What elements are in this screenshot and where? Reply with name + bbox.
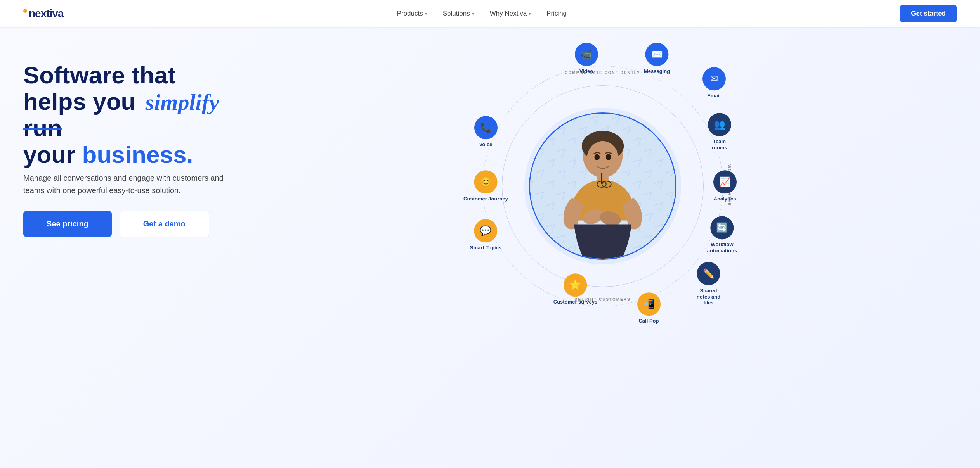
hero-headline: Software that helps you simplify run you…	[23, 62, 248, 168]
navbar: nextiva Products ▾ Solutions ▾ Why Nexti…	[0, 0, 980, 27]
center-circle	[529, 112, 676, 260]
teamrooms-icon: 👥	[708, 113, 731, 136]
hero-section: Software that helps you simplify run you…	[0, 27, 980, 468]
voice-icon: 📞	[474, 116, 498, 139]
node-smarttopics-label: Smart Topics	[470, 245, 501, 251]
node-voice[interactable]: 📞 Voice	[474, 116, 498, 148]
svg-point-7	[586, 141, 619, 178]
headline-run: run	[23, 114, 62, 141]
logo-text: nextiva	[29, 7, 64, 20]
diagram: COMMUNICATE CONFIDENTLY WORK SMARTER DEL…	[467, 50, 739, 322]
node-callpop-label: Call Pop	[638, 318, 659, 324]
chevron-down-icon: ▾	[425, 11, 427, 16]
see-pricing-button[interactable]: See pricing	[23, 211, 112, 237]
hero-left: Software that helps you simplify run you…	[23, 50, 248, 237]
node-video-label: Video	[579, 68, 593, 74]
node-analytics[interactable]: 📈 Analytics	[713, 170, 737, 202]
get-demo-button[interactable]: Get a demo	[120, 211, 209, 237]
hero-subtitle: Manage all conversations and engage with…	[23, 172, 225, 197]
center-image	[530, 114, 675, 259]
chevron-down-icon: ▾	[472, 11, 474, 16]
node-sharedfiles[interactable]: ✏️ Shared notes and files	[694, 262, 723, 306]
node-callpop[interactable]: 📲 Call Pop	[637, 292, 661, 324]
node-teamrooms[interactable]: 👥 Team rooms	[708, 113, 731, 150]
svg-rect-10	[601, 173, 602, 185]
get-started-button[interactable]: Get started	[900, 5, 957, 22]
node-workflow-label: Workflow automations	[707, 242, 737, 254]
hero-right: COMMUNICATE CONFIDENTLY WORK SMARTER DEL…	[248, 50, 957, 322]
headline-simplify: simplify	[146, 90, 219, 115]
node-surveys[interactable]: ⭐ Customer surveys	[553, 273, 597, 305]
node-email-label: Email	[707, 93, 721, 99]
callpop-icon: 📲	[637, 292, 661, 316]
nav-links: Products ▾ Solutions ▾ Why Nextiva ▾ Pri…	[397, 10, 567, 17]
nav-right: Get started	[900, 5, 957, 22]
node-voice-label: Voice	[479, 142, 493, 148]
video-icon: 📹	[575, 43, 598, 66]
person-graphic	[530, 114, 675, 259]
svg-point-8	[594, 154, 600, 160]
analytics-icon: 📈	[713, 170, 737, 193]
node-email[interactable]: ✉ Email	[702, 67, 726, 99]
nav-pricing[interactable]: Pricing	[546, 10, 567, 17]
hero-buttons: See pricing Get a demo	[23, 211, 248, 237]
node-video[interactable]: 📹 Video	[575, 43, 598, 74]
messaging-icon: ✉️	[645, 43, 669, 66]
node-sharedfiles-label: Shared notes and files	[694, 288, 723, 306]
svg-point-9	[605, 154, 611, 160]
surveys-icon: ⭐	[564, 273, 587, 297]
journey-icon: 😊	[474, 170, 498, 193]
node-journey[interactable]: 😊 Customer Journey	[463, 170, 508, 202]
node-messaging[interactable]: ✉️ Messaging	[644, 43, 670, 74]
chevron-down-icon: ▾	[529, 11, 531, 16]
nav-solutions[interactable]: Solutions ▾	[443, 10, 474, 17]
smarttopics-icon: 💬	[474, 219, 497, 242]
logo-dot	[23, 9, 27, 13]
email-icon: ✉	[702, 67, 726, 90]
logo[interactable]: nextiva	[23, 7, 64, 20]
node-teamrooms-label: Team rooms	[708, 138, 731, 150]
node-smarttopics[interactable]: 💬 Smart Topics	[470, 219, 501, 251]
node-analytics-label: Analytics	[714, 196, 736, 202]
node-surveys-label: Customer surveys	[553, 299, 597, 305]
headline-helps: helps you	[23, 88, 142, 115]
node-journey-label: Customer Journey	[463, 196, 508, 202]
workflow-icon: 🔄	[710, 216, 734, 239]
nav-why-nextiva[interactable]: Why Nextiva ▾	[490, 10, 531, 17]
nav-products[interactable]: Products ▾	[397, 10, 427, 17]
sharedfiles-icon: ✏️	[697, 262, 720, 285]
headline-business: business.	[82, 141, 193, 168]
node-workflow[interactable]: 🔄 Workflow automations	[707, 216, 737, 254]
node-messaging-label: Messaging	[644, 68, 670, 74]
